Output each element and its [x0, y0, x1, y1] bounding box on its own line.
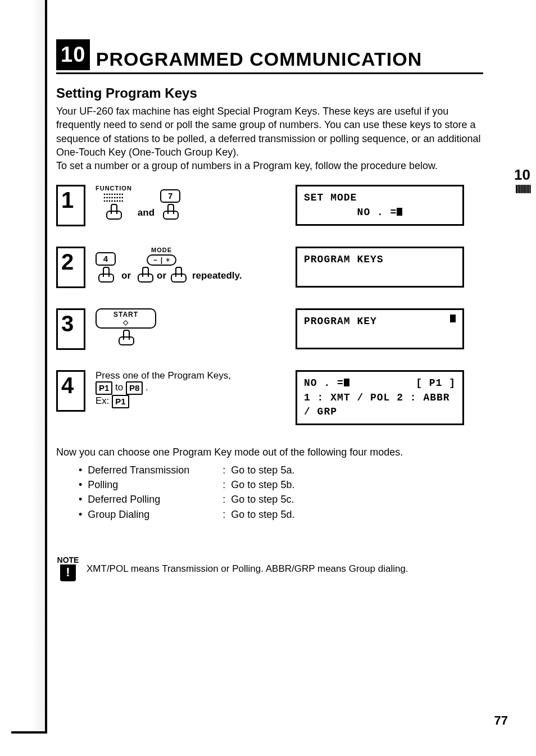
- to-label: to: [115, 382, 123, 393]
- lcd-display-4: NO . = [ P1 ] 1 : XMT / POL 2 : ABBR / G…: [296, 370, 464, 425]
- list-item: • Group Dialing : Go to step 5d.: [79, 507, 514, 522]
- display-line1: PROGRAM KEY: [304, 315, 377, 329]
- step-number: 1: [56, 185, 85, 226]
- side-tab-number: 10: [514, 166, 530, 184]
- exclamation-icon: !: [60, 564, 76, 581]
- display-line1-right: [ P1 ]: [416, 376, 456, 390]
- list-item: • Polling : Go to step 5b.: [79, 477, 514, 492]
- side-tab: 10 |||||||||||: [514, 166, 530, 194]
- repeatedly-label: repeatedly.: [192, 270, 242, 281]
- step-4-text: Press one of the Program Keys, P1 to P8 …: [96, 370, 287, 408]
- key-4: 4: [96, 252, 116, 266]
- section-heading: Setting Program Keys: [56, 85, 514, 101]
- key-p1-example: P1: [112, 395, 129, 408]
- press-hand-icon: [137, 267, 153, 281]
- start-key: START◇: [96, 308, 156, 329]
- step-4: 4 Press one of the Program Keys, P1 to P…: [56, 370, 514, 425]
- mode-rocker-key: −|+: [147, 254, 176, 266]
- mode-goto: Go to step 5c.: [231, 492, 294, 507]
- mode-goto: Go to step 5a.: [231, 463, 294, 477]
- note-icon: NOTE !: [56, 555, 80, 581]
- step-2: 2 4 or MODE −|+ o: [56, 247, 514, 288]
- press-hand-icon: [162, 204, 179, 218]
- note-block: NOTE ! XMT/POL means Transmission or Pol…: [56, 555, 514, 581]
- display-line2: NO . =: [304, 206, 456, 220]
- mode-name: Polling: [88, 477, 217, 492]
- lcd-display-2: PROGRAM KEYS: [296, 247, 464, 287]
- page-number: 77: [494, 713, 508, 728]
- mode-goto: Go to step 5b.: [231, 477, 294, 492]
- mode-name: Deferred Transmission: [88, 463, 217, 477]
- step4-instruction: Press one of the Program Keys,: [96, 370, 231, 381]
- step-1-diagram: FUNCTION ▪▪▪▪▪▪▪▪▪▪▪▪▪▪▪▪▪▪▪▪▪▪▪▪ and 7: [96, 185, 287, 218]
- page: 10 PROGRAMMED COMMUNICATION Setting Prog…: [0, 0, 536, 756]
- step-2-diagram: 4 or MODE −|+ or: [96, 247, 287, 281]
- key-p8: P8: [126, 381, 143, 395]
- display-line1: SET MODE: [304, 191, 456, 205]
- scan-edge: [11, 0, 47, 734]
- and-label: and: [138, 207, 155, 218]
- step-number: 3: [56, 308, 85, 350]
- cursor-icon: [397, 208, 402, 216]
- press-hand-icon: [117, 330, 134, 344]
- mode-name: Group Dialing: [88, 507, 217, 522]
- press-hand-icon: [105, 204, 122, 218]
- or-label: or: [121, 270, 131, 281]
- keypad-icon: ▪▪▪▪▪▪▪▪▪▪▪▪▪▪▪▪▪▪▪▪▪▪▪▪: [103, 193, 124, 203]
- chapter-rule: [56, 72, 483, 74]
- display-line1: PROGRAM KEYS: [304, 253, 456, 267]
- press-hand-icon: [97, 267, 114, 281]
- example-label: Ex:: [96, 396, 110, 407]
- note-label: NOTE: [57, 555, 79, 564]
- mode-name: Deferred Polling: [88, 492, 217, 507]
- mode-key-label: MODE: [151, 247, 172, 253]
- or-label: or: [157, 270, 166, 281]
- step-1: 1 FUNCTION ▪▪▪▪▪▪▪▪▪▪▪▪▪▪▪▪▪▪▪▪▪▪▪▪ and …: [56, 185, 514, 226]
- key-7: 7: [160, 189, 180, 203]
- display-line1-left: NO . =: [304, 376, 349, 390]
- intro-paragraph: Your UF-260 fax machine has eight Specia…: [56, 104, 483, 172]
- mode-list: • Deferred Transmission : Go to step 5a.…: [79, 463, 514, 521]
- note-text: XMT/POL means Transmission or Polling. A…: [87, 555, 408, 575]
- list-item: • Deferred Polling : Go to step 5c.: [79, 492, 514, 507]
- cursor-icon: [344, 379, 349, 386]
- cursor-icon: [450, 315, 456, 322]
- list-item: • Deferred Transmission : Go to step 5a.: [79, 463, 514, 477]
- step-3-diagram: START◇: [96, 308, 287, 344]
- side-tab-bars: |||||||||||: [514, 184, 530, 194]
- mode-choice-intro: Now you can choose one Program Key mode …: [56, 445, 483, 459]
- step-number: 4: [56, 370, 85, 412]
- step-3: 3 START◇ PROGRAM KEY: [56, 308, 514, 350]
- key-p1: P1: [96, 381, 112, 395]
- display-line2: 1 : XMT / POL 2 : ABBR / GRP: [304, 391, 456, 419]
- press-hand-icon: [170, 267, 187, 281]
- chapter-title: PROGRAMMED COMMUNICATION: [96, 48, 423, 70]
- step-number: 2: [56, 247, 85, 288]
- mode-goto: Go to step 5d.: [231, 507, 294, 522]
- chapter-header: 10 PROGRAMMED COMMUNICATION: [56, 39, 514, 74]
- lcd-display-1: SET MODE NO . =: [296, 185, 464, 225]
- lcd-display-3: PROGRAM KEY: [296, 308, 464, 349]
- chapter-number-badge: 10: [56, 39, 90, 70]
